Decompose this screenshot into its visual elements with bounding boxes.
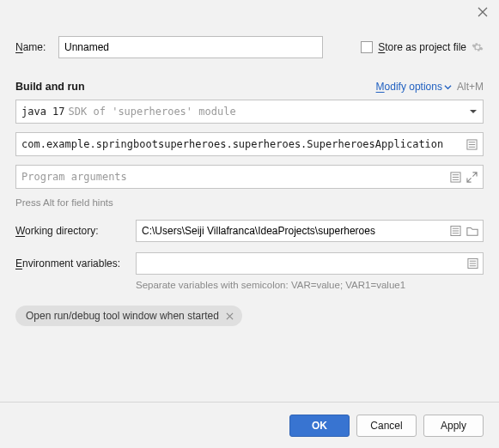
build-run-header: Build and run Modify options Alt+M: [15, 81, 484, 93]
program-args-field[interactable]: Program arguments: [15, 165, 484, 189]
cancel-button[interactable]: Cancel: [356, 415, 417, 437]
chevron-down-icon: [469, 107, 478, 116]
dialog-content: Name: Store as project file Build and ru…: [0, 24, 499, 402]
main-class-field[interactable]: com.example.springbootsuperheroes.superh…: [15, 132, 484, 156]
list-icon[interactable]: [450, 172, 461, 183]
titlebar: [0, 0, 499, 24]
ok-button[interactable]: OK: [289, 415, 350, 437]
field-hint: Press Alt for field hints: [15, 197, 484, 208]
expand-icon[interactable]: [466, 172, 478, 183]
close-icon[interactable]: [473, 3, 492, 21]
close-icon[interactable]: [226, 312, 234, 320]
modify-options-link[interactable]: Modify options: [376, 81, 452, 93]
env-vars-label: Environment variables:: [15, 257, 136, 269]
modify-options-wrap: Modify options Alt+M: [376, 81, 484, 93]
chip-label: Open run/debug tool window when started: [26, 310, 219, 322]
working-dir-input[interactable]: [136, 220, 484, 242]
program-args-placeholder: Program arguments: [21, 171, 127, 183]
list-icon[interactable]: [466, 139, 478, 150]
env-hint: Separate variables with semicolon: VAR=v…: [136, 280, 484, 290]
working-dir-label: Working directory:: [15, 225, 136, 237]
apply-button[interactable]: Apply: [423, 415, 484, 437]
main-class-value: com.example.springbootsuperheroes.superh…: [21, 138, 443, 150]
chip-open-tool-window[interactable]: Open run/debug tool window when started: [15, 306, 242, 326]
name-input[interactable]: [58, 36, 323, 58]
name-label: Name:: [15, 41, 58, 53]
options-chips: Open run/debug tool window when started: [15, 306, 484, 326]
dialog-footer: OK Cancel Apply: [0, 402, 499, 448]
checkbox-icon[interactable]: [361, 41, 373, 53]
jdk-select[interactable]: java 17 SDK of 'superheroes' module: [15, 100, 484, 124]
gear-icon[interactable]: [472, 41, 484, 53]
chevron-down-icon: [444, 83, 452, 91]
list-icon[interactable]: [467, 258, 478, 269]
name-row: Name: Store as project file: [15, 36, 484, 58]
section-title: Build and run: [15, 81, 85, 93]
modify-shortcut: Alt+M: [457, 81, 484, 93]
env-vars-input[interactable]: [136, 252, 484, 275]
folder-icon[interactable]: [466, 226, 478, 237]
working-dir-row: Working directory:: [15, 220, 484, 242]
run-config-dialog: Name: Store as project file Build and ru…: [0, 0, 499, 448]
store-as-project-file[interactable]: Store as project file: [361, 41, 484, 53]
store-label: Store as project file: [378, 41, 466, 53]
list-icon[interactable]: [450, 226, 461, 237]
jdk-value: java 17: [21, 106, 65, 118]
env-vars-row: Environment variables:: [15, 252, 484, 275]
jdk-muted: SDK of 'superheroes' module: [69, 106, 236, 118]
